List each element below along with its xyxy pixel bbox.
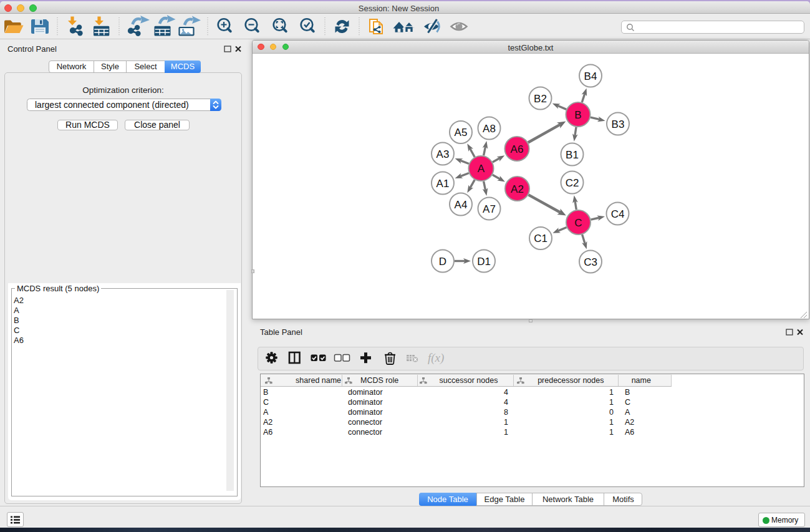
svg-text:B2: B2 (534, 93, 547, 105)
svg-text:C3: C3 (584, 256, 597, 268)
svg-text:A5: A5 (455, 127, 468, 138)
svg-text:B4: B4 (584, 70, 597, 82)
svg-text:A: A (478, 163, 485, 175)
svg-text:C2: C2 (566, 177, 579, 189)
svg-text:D: D (439, 256, 446, 268)
svg-text:A3: A3 (436, 148, 450, 160)
svg-text:A1: A1 (436, 178, 450, 190)
svg-text:A8: A8 (483, 123, 496, 135)
svg-text:B: B (574, 109, 581, 121)
svg-text:C1: C1 (534, 233, 547, 244)
svg-text:C: C (574, 217, 582, 229)
svg-text:A2: A2 (511, 183, 524, 195)
svg-text:B3: B3 (612, 118, 625, 130)
svg-text:A7: A7 (483, 203, 496, 215)
svg-text:A4: A4 (455, 199, 468, 211)
svg-text:D1: D1 (477, 256, 491, 268)
svg-text:C4: C4 (611, 208, 625, 220)
svg-text:f(x): f(x) (428, 351, 444, 365)
svg-text:A6: A6 (511, 143, 524, 155)
svg-text:B1: B1 (566, 149, 579, 161)
